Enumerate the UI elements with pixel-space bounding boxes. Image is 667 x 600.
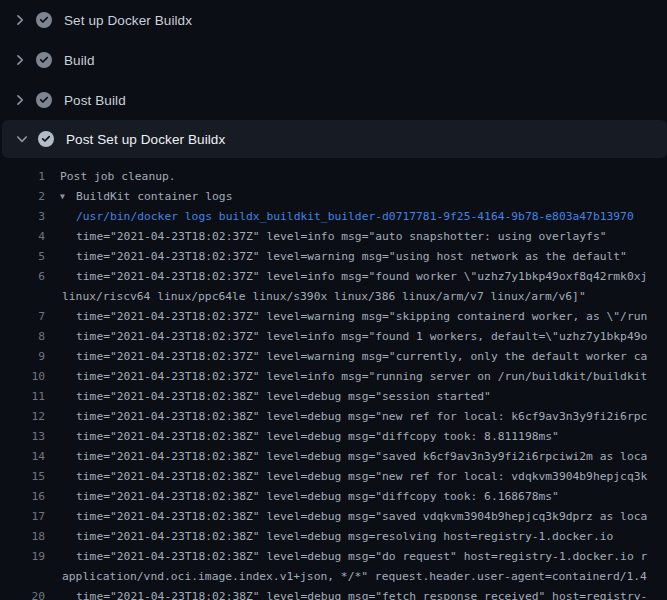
step-label: Build (64, 53, 95, 68)
line-number[interactable]: 9 (0, 347, 45, 367)
log-text: time="2021-04-23T18:02:38Z" level=debug … (76, 427, 559, 447)
check-circle-icon (38, 131, 54, 147)
log-text: time="2021-04-23T18:02:38Z" level=debug … (76, 407, 647, 427)
log-line[interactable]: 7 time="2021-04-23T18:02:37Z" level=warn… (0, 307, 667, 327)
log-text: time="2021-04-23T18:02:37Z" level=info m… (76, 367, 647, 387)
line-number[interactable]: 1 (0, 167, 45, 187)
log-line[interactable]: 20 time="2021-04-23T18:02:38Z" level=deb… (0, 587, 667, 600)
log-line[interactable]: 10 time="2021-04-23T18:02:37Z" level=inf… (0, 367, 667, 387)
log-line[interactable]: 16 time="2021-04-23T18:02:38Z" level=deb… (0, 487, 667, 507)
line-number[interactable]: 20 (0, 587, 45, 600)
log-line[interactable]: 9 time="2021-04-23T18:02:37Z" level=warn… (0, 347, 667, 367)
chevron-right-icon[interactable] (12, 12, 28, 28)
line-number[interactable]: 5 (0, 247, 45, 267)
line-number[interactable]: 12 (0, 407, 45, 427)
log-line[interactable]: 8 time="2021-04-23T18:02:37Z" level=info… (0, 327, 667, 347)
line-number[interactable]: 3 (0, 207, 45, 227)
log-line[interactable]: 1 Post job cleanup. (0, 167, 667, 187)
chevron-right-icon[interactable] (12, 92, 28, 108)
log-line[interactable]: 11 time="2021-04-23T18:02:38Z" level=deb… (0, 387, 667, 407)
line-number[interactable]: 16 (0, 487, 45, 507)
group-collapse-icon[interactable]: ▼ (60, 187, 76, 207)
step-row[interactable]: Post Set up Docker Buildx (2, 120, 667, 158)
step-label: Post Set up Docker Buildx (66, 132, 225, 147)
chevron-right-icon[interactable] (12, 52, 28, 68)
log-text: time="2021-04-23T18:02:37Z" level=info m… (76, 227, 607, 247)
log-text: time="2021-04-23T18:02:37Z" level=warnin… (76, 247, 627, 267)
line-number[interactable]: 18 (0, 527, 45, 547)
chevron-down-icon[interactable] (14, 131, 30, 147)
log-area: 1 Post job cleanup. 2 ▼ BuildKit contain… (0, 158, 667, 600)
steps-list: Set up Docker Buildx Build Post Build (0, 0, 667, 158)
log-text: time="2021-04-23T18:02:38Z" level=debug … (76, 447, 647, 467)
log-line[interactable]: 4 time="2021-04-23T18:02:37Z" level=info… (0, 227, 667, 247)
log-line[interactable]: 13 time="2021-04-23T18:02:38Z" level=deb… (0, 427, 667, 447)
step-row[interactable]: Set up Docker Buildx (0, 0, 667, 40)
log-text: Post job cleanup. (60, 167, 176, 187)
log-text: time="2021-04-23T18:02:38Z" level=debug … (76, 547, 647, 567)
step-row[interactable]: Build (0, 40, 667, 80)
log-line[interactable]: 6 time="2021-04-23T18:02:37Z" level=info… (0, 267, 667, 287)
log-line[interactable]: 2 ▼ BuildKit container logs (0, 187, 667, 207)
check-circle-icon (36, 12, 52, 28)
check-circle-icon (36, 92, 52, 108)
line-number[interactable]: 8 (0, 327, 45, 347)
log-line[interactable]: 12 time="2021-04-23T18:02:38Z" level=deb… (0, 407, 667, 427)
step-row[interactable]: Post Build (0, 80, 667, 120)
log-text: time="2021-04-23T18:02:37Z" level=info m… (76, 267, 647, 287)
log-text: time="2021-04-23T18:02:37Z" level=warnin… (76, 307, 647, 327)
log-text: time="2021-04-23T18:02:38Z" level=debug … (76, 387, 491, 407)
line-number[interactable] (0, 567, 45, 587)
line-number[interactable]: 11 (0, 387, 45, 407)
log-text: time="2021-04-23T18:02:37Z" level=warnin… (76, 347, 647, 367)
line-number[interactable]: 17 (0, 507, 45, 527)
line-number[interactable]: 2 (0, 187, 45, 207)
line-number[interactable]: 10 (0, 367, 45, 387)
log-text: BuildKit container logs (76, 187, 232, 207)
line-number[interactable]: 19 (0, 547, 45, 567)
log-line[interactable]: 15 time="2021-04-23T18:02:38Z" level=deb… (0, 467, 667, 487)
log-line[interactable]: 5 time="2021-04-23T18:02:37Z" level=warn… (0, 247, 667, 267)
line-number[interactable]: 13 (0, 427, 45, 447)
log-text: linux/riscv64 linux/ppc64le linux/s390x … (62, 287, 586, 307)
log-text: time="2021-04-23T18:02:38Z" level=debug … (76, 507, 647, 527)
line-number[interactable]: 15 (0, 467, 45, 487)
step-label: Post Build (64, 93, 126, 108)
log-text: application/vnd.oci.image.index.v1+json,… (62, 567, 647, 587)
log-text: /usr/bin/docker logs buildx_buildkit_bui… (76, 207, 634, 227)
step-label: Set up Docker Buildx (64, 13, 192, 28)
workflow-log-viewer: Set up Docker Buildx Build Post Build (0, 0, 667, 600)
check-circle-icon (36, 52, 52, 68)
line-number[interactable]: 6 (0, 267, 45, 287)
line-number[interactable]: 7 (0, 307, 45, 327)
log-line[interactable]: 3 /usr/bin/docker logs buildx_buildkit_b… (0, 207, 667, 227)
log-text: time="2021-04-23T18:02:38Z" level=debug … (76, 587, 647, 600)
log-line[interactable]: 18 time="2021-04-23T18:02:38Z" level=deb… (0, 527, 667, 547)
log-line[interactable]: 17 time="2021-04-23T18:02:38Z" level=deb… (0, 507, 667, 527)
log-text: time="2021-04-23T18:02:38Z" level=debug … (76, 527, 613, 547)
log-text: time="2021-04-23T18:02:38Z" level=debug … (76, 467, 647, 487)
log-text: time="2021-04-23T18:02:38Z" level=debug … (76, 487, 559, 507)
line-number[interactable] (0, 287, 45, 307)
line-number[interactable]: 4 (0, 227, 45, 247)
log-line[interactable]: 19 time="2021-04-23T18:02:38Z" level=deb… (0, 547, 667, 567)
log-line[interactable]: application/vnd.oci.image.index.v1+json,… (0, 567, 667, 587)
log-line[interactable]: 14 time="2021-04-23T18:02:38Z" level=deb… (0, 447, 667, 467)
log-text: time="2021-04-23T18:02:37Z" level=info m… (76, 327, 647, 347)
line-number[interactable]: 14 (0, 447, 45, 467)
log-line[interactable]: linux/riscv64 linux/ppc64le linux/s390x … (0, 287, 667, 307)
